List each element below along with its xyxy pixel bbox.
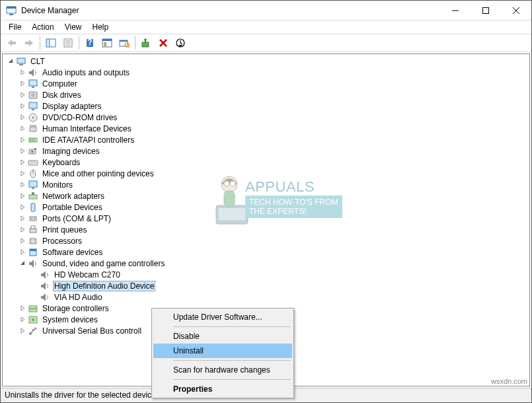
back-button[interactable] bbox=[4, 35, 20, 51]
svg-rect-1 bbox=[7, 7, 16, 9]
expand-icon[interactable] bbox=[17, 204, 28, 210]
menu-action[interactable]: Action bbox=[26, 21, 59, 33]
tree-category[interactable]: Imaging devices bbox=[3, 145, 529, 157]
disable-button[interactable] bbox=[172, 35, 188, 51]
svg-rect-77 bbox=[32, 329, 34, 330]
menu-view[interactable]: View bbox=[59, 21, 87, 33]
expand-icon[interactable] bbox=[17, 215, 28, 221]
expand-icon[interactable] bbox=[17, 170, 28, 176]
tree-category[interactable]: Audio inputs and outputs bbox=[3, 67, 529, 78]
tree-category[interactable]: Sound, video and game controllers bbox=[3, 258, 529, 269]
expand-icon[interactable] bbox=[17, 81, 28, 87]
expand-icon[interactable] bbox=[17, 182, 28, 188]
tree-root[interactable]: CLT bbox=[3, 55, 529, 67]
tree-item-label: Sound, video and game controllers bbox=[41, 259, 166, 268]
menu-help[interactable]: Help bbox=[87, 21, 114, 33]
svg-rect-69 bbox=[30, 249, 36, 251]
context-menu: Update Driver Software...DisableUninstal… bbox=[151, 308, 294, 398]
svg-point-46 bbox=[31, 150, 34, 153]
tree-category[interactable]: Print queues bbox=[3, 224, 529, 235]
action-button[interactable] bbox=[99, 35, 115, 51]
tree-device[interactable]: VIA HD Audio bbox=[3, 291, 529, 303]
svg-rect-47 bbox=[34, 148, 36, 150]
expand-icon[interactable] bbox=[17, 238, 28, 244]
expand-icon[interactable] bbox=[5, 58, 16, 64]
svg-rect-71 bbox=[29, 309, 37, 312]
tree-item-label: Software devices bbox=[41, 248, 104, 257]
svg-rect-25 bbox=[142, 42, 149, 47]
tree-device[interactable]: HD Webcam C270 bbox=[3, 269, 529, 280]
svg-point-59 bbox=[31, 218, 32, 219]
category-icon bbox=[28, 90, 38, 100]
expand-icon[interactable] bbox=[17, 103, 28, 109]
tree-item-label: CLT bbox=[29, 57, 46, 66]
svg-rect-79 bbox=[219, 208, 245, 220]
expand-icon[interactable] bbox=[17, 92, 28, 98]
expand-icon[interactable] bbox=[17, 316, 28, 322]
expand-icon[interactable] bbox=[17, 305, 28, 311]
watermark-line1: TECH HOW-TO'S FROM bbox=[249, 198, 338, 207]
category-icon bbox=[28, 326, 38, 336]
category-icon bbox=[28, 101, 38, 112]
minimize-button[interactable] bbox=[440, 1, 471, 20]
expand-icon[interactable] bbox=[17, 227, 28, 233]
forward-button[interactable] bbox=[21, 35, 37, 51]
svg-rect-81 bbox=[224, 191, 235, 207]
tree-category[interactable]: Software devices bbox=[3, 246, 529, 258]
expand-icon[interactable] bbox=[17, 126, 28, 131]
category-icon bbox=[28, 314, 38, 325]
tree-category[interactable]: Human Interface Devices bbox=[3, 123, 529, 134]
expand-icon[interactable] bbox=[17, 328, 28, 334]
update-driver-button[interactable] bbox=[138, 35, 154, 51]
help-button[interactable]: ? bbox=[82, 35, 98, 51]
app-icon bbox=[6, 5, 17, 16]
properties-button[interactable] bbox=[60, 35, 76, 51]
scan-hardware-button[interactable] bbox=[116, 35, 132, 51]
expand-icon[interactable] bbox=[17, 137, 28, 143]
expand-icon[interactable] bbox=[17, 193, 28, 199]
tree-category[interactable]: IDE ATA/ATAPI controllers bbox=[3, 134, 529, 145]
tree-category[interactable]: Disk drives bbox=[3, 89, 529, 100]
svg-rect-55 bbox=[29, 195, 37, 199]
menu-bar: File Action View Help bbox=[1, 20, 531, 34]
watermark-line2: THE EXPERTS! bbox=[249, 207, 338, 216]
expand-icon[interactable] bbox=[17, 159, 28, 165]
context-menu-item[interactable]: Uninstall bbox=[153, 344, 292, 358]
tree-device[interactable]: High Definition Audio Device bbox=[3, 280, 529, 291]
expand-icon[interactable] bbox=[17, 69, 28, 75]
context-menu-item[interactable]: Disable bbox=[153, 329, 292, 344]
svg-point-83 bbox=[230, 181, 235, 186]
close-button[interactable] bbox=[501, 1, 531, 20]
svg-point-38 bbox=[32, 116, 34, 118]
context-menu-item[interactable]: Scan for hardware changes bbox=[153, 363, 292, 377]
expand-icon[interactable] bbox=[17, 249, 28, 255]
tree-item-label: Monitors bbox=[41, 180, 74, 190]
tree-category[interactable]: Processors bbox=[3, 235, 529, 246]
toolbar: ? bbox=[1, 34, 531, 52]
uninstall-button[interactable] bbox=[155, 35, 171, 51]
tree-category[interactable]: Display adapters bbox=[3, 100, 529, 112]
maximize-button[interactable] bbox=[471, 1, 501, 20]
category-icon bbox=[28, 157, 38, 168]
show-hide-console-button[interactable] bbox=[43, 35, 59, 51]
computer-icon bbox=[16, 56, 26, 67]
tree-item-label: DVD/CD-ROM drives bbox=[41, 113, 118, 122]
tree-category[interactable]: Keyboards bbox=[3, 157, 529, 168]
expand-icon[interactable] bbox=[17, 260, 28, 266]
tree-item-label: Print queues bbox=[41, 225, 88, 235]
window-title: Device Manager bbox=[21, 6, 440, 15]
category-icon bbox=[28, 180, 38, 190]
tree-category[interactable]: Computer bbox=[3, 78, 529, 89]
context-menu-item[interactable]: Update Driver Software... bbox=[153, 310, 292, 324]
category-icon bbox=[28, 303, 38, 314]
svg-rect-35 bbox=[29, 102, 37, 108]
context-menu-item[interactable]: Properties bbox=[153, 382, 292, 396]
menu-file[interactable]: File bbox=[3, 21, 26, 33]
expand-icon[interactable] bbox=[17, 114, 28, 120]
tree-item-label: High Definition Audio Device bbox=[53, 281, 155, 291]
svg-point-76 bbox=[35, 327, 37, 329]
tree-category[interactable]: DVD/CD-ROM drives bbox=[3, 112, 529, 123]
tree-item-label: Universal Serial Bus controll bbox=[41, 326, 143, 336]
expand-icon[interactable] bbox=[17, 148, 28, 154]
svg-rect-36 bbox=[32, 109, 34, 110]
